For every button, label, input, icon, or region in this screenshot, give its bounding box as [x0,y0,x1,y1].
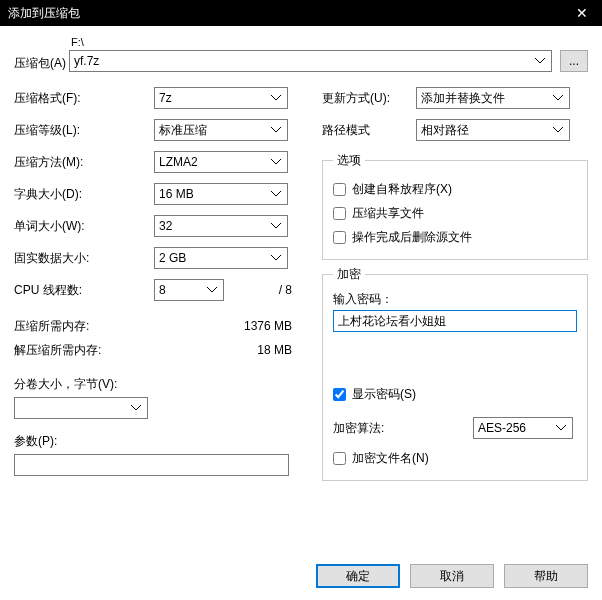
pw-label: 输入密码： [333,291,577,308]
split-label: 分卷大小，字节(V): [14,376,292,393]
cpu-suffix: / 8 [234,283,292,297]
mem-comp-label: 压缩所需内存: [14,318,222,335]
sfx-checkbox[interactable] [333,183,346,196]
method-select[interactable]: LZMA2 [154,151,288,173]
params-input[interactable] [14,454,289,476]
mem-decomp-label: 解压缩所需内存: [14,342,222,359]
button-bar: 确定 取消 帮助 [316,564,588,588]
archive-filename-select[interactable]: yf.7z [69,50,552,72]
mem-decomp-value: 18 MB [222,343,292,357]
update-label: 更新方式(U): [322,90,416,107]
level-label: 压缩等级(L): [14,122,154,139]
word-label: 单词大小(W): [14,218,154,235]
mem-comp-value: 1376 MB [222,319,292,333]
showpw-checkbox[interactable] [333,388,346,401]
browse-button[interactable]: ... [560,50,588,72]
options-fieldset: 选项 创建自释放程序(X) 压缩共享文件 操作完成后删除源文件 [322,152,588,260]
sfx-label: 创建自释放程序(X) [352,181,452,198]
shared-label: 压缩共享文件 [352,205,424,222]
encrypt-fieldset: 加密 输入密码： 显示密码(S) 加密算法: AES-256 加密文件名(N) [322,266,588,481]
update-select[interactable]: 添加并替换文件 [416,87,570,109]
format-select[interactable]: 7z [154,87,288,109]
encnames-checkbox[interactable] [333,452,346,465]
split-select[interactable] [14,397,148,419]
options-legend: 选项 [333,152,365,169]
archive-path-prefix: F:\ [69,36,552,48]
archive-label: 压缩包(A) [14,55,69,72]
pathmode-select[interactable]: 相对路径 [416,119,570,141]
method-label: 压缩方法(M): [14,154,154,171]
close-icon[interactable]: ✕ [570,5,594,21]
word-select[interactable]: 32 [154,215,288,237]
pathmode-label: 路径模式 [322,122,416,139]
ok-button[interactable]: 确定 [316,564,400,588]
help-button[interactable]: 帮助 [504,564,588,588]
algo-select[interactable]: AES-256 [473,417,573,439]
cancel-button[interactable]: 取消 [410,564,494,588]
cpu-label: CPU 线程数: [14,282,154,299]
deleteafter-label: 操作完成后删除源文件 [352,229,472,246]
titlebar: 添加到压缩包 ✕ [0,0,602,26]
dict-label: 字典大小(D): [14,186,154,203]
cpu-select[interactable]: 8 [154,279,224,301]
window-title: 添加到压缩包 [8,5,80,22]
encrypt-legend: 加密 [333,266,365,283]
algo-label: 加密算法: [333,420,473,437]
showpw-label: 显示密码(S) [352,386,416,403]
solid-label: 固实数据大小: [14,250,154,267]
dict-select[interactable]: 16 MB [154,183,288,205]
format-label: 压缩格式(F): [14,90,154,107]
password-input[interactable] [333,310,577,332]
params-label: 参数(P): [14,433,292,450]
solid-select[interactable]: 2 GB [154,247,288,269]
shared-checkbox[interactable] [333,207,346,220]
dialog-content: 压缩包(A) F:\ yf.7z ... 压缩格式(F): 7z 压缩等级(L)… [0,26,602,491]
deleteafter-checkbox[interactable] [333,231,346,244]
encnames-label: 加密文件名(N) [352,450,429,467]
level-select[interactable]: 标准压缩 [154,119,288,141]
